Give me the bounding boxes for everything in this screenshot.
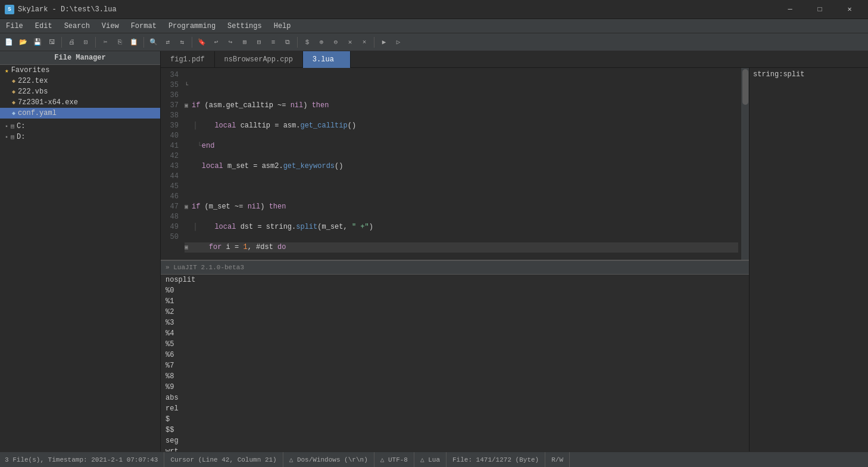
yaml-icon: ◆: [12, 110, 15, 117]
sidebar-item-c[interactable]: ▪ ▤ C:: [0, 121, 160, 132]
toolbar-print2[interactable]: ⊡: [79, 36, 92, 49]
toolbar-replace2[interactable]: ⇆: [176, 36, 189, 49]
minimize-button[interactable]: ─: [776, 0, 804, 19]
toolbar-paste[interactable]: 📋: [127, 36, 140, 49]
toolbar-cut[interactable]: ✂: [99, 36, 112, 49]
output-line: %6: [161, 350, 749, 360]
toolbar-undo[interactable]: ↩: [210, 36, 223, 49]
favorites-label: Favorites: [11, 66, 50, 74]
output-line: %1: [161, 296, 749, 307]
menu-search[interactable]: Search: [58, 19, 96, 33]
tabs: fig1.pdf nsBrowserApp.cpp 3.lua: [161, 51, 868, 68]
output-line: abs: [161, 393, 749, 403]
sidebar-item-exe[interactable]: ◆ 7z2301-x64.exe: [0, 97, 160, 108]
toolbar-open[interactable]: 📂: [17, 36, 30, 49]
toolbar-b2[interactable]: ⊟: [252, 36, 266, 49]
output-line: %8: [161, 371, 749, 382]
output-line: %9: [161, 382, 749, 393]
menu-view[interactable]: View: [96, 19, 125, 33]
toolbar-debug[interactable]: ▷: [392, 36, 405, 49]
toolbar-b1[interactable]: ⊞: [238, 36, 251, 49]
sidebar-item-tex[interactable]: ◆ 222.tex: [0, 76, 160, 86]
titlebar-controls: ─ □ ✕: [776, 0, 863, 19]
sidebar-header: File Manager: [0, 51, 160, 65]
toolbar-save[interactable]: 💾: [31, 36, 44, 49]
output-line: $: [161, 414, 749, 425]
editor-split: 34 35 36 37 38 39 40 41 42 43 44 45 46 4…: [161, 68, 868, 452]
main-layout: File Manager ★ Favorites ◆ 222.tex ◆ 222…: [0, 51, 868, 452]
output-line: %3: [161, 317, 749, 328]
menu-settings[interactable]: Settings: [221, 19, 268, 33]
tab-3lua[interactable]: 3.lua: [303, 51, 351, 68]
toolbar-b3[interactable]: ≡: [267, 36, 280, 49]
output-line: %7: [161, 360, 749, 371]
code-line-38: local m_set = asm2.get_keywords(): [185, 161, 738, 172]
sidebar-item-vbs[interactable]: ◆ 222.vbs: [0, 86, 160, 97]
output-line: %5: [161, 339, 749, 350]
scroll-thumb[interactable]: [742, 69, 748, 105]
sep3: [143, 37, 144, 48]
editor-bottom[interactable]: » LuaJIT 2.1.0-beta3 nosplit %0 %1 %2 %3…: [161, 261, 749, 452]
output-header: » LuaJIT 2.1.0-beta3: [161, 261, 749, 275]
menu-help[interactable]: Help: [268, 19, 297, 33]
status-cursor: Cursor (Line 42, Column 21): [164, 452, 283, 467]
statusbar: 3 File(s), Timestamp: 2021-2-1 07:07:43 …: [0, 452, 868, 467]
code-editor[interactable]: 34 35 36 37 38 39 40 41 42 43 44 45 46 4…: [161, 68, 749, 452]
output-line: wrt: [161, 446, 749, 452]
close-button[interactable]: ✕: [836, 0, 863, 19]
app-icon: S: [5, 5, 14, 14]
star-icon: ★: [5, 67, 9, 74]
titlebar: S Skylark - D:\test\3.lua ─ □ ✕: [0, 0, 868, 19]
menu-format[interactable]: Format: [125, 19, 163, 33]
sidebar-item-yaml[interactable]: ◆ conf.yaml: [0, 108, 160, 119]
toolbar-save2[interactable]: 🖫: [45, 36, 58, 49]
menu-programming[interactable]: Programming: [163, 19, 221, 33]
code-line-39: [185, 182, 738, 192]
toolbar-b6[interactable]: ⊕: [315, 36, 328, 49]
tab-fig1[interactable]: fig1.pdf: [161, 51, 215, 68]
output-line: %4: [161, 328, 749, 339]
toolbar-b7[interactable]: ⊖: [329, 36, 342, 49]
toolbar-copy[interactable]: ⎘: [113, 36, 126, 49]
toolbar-redo[interactable]: ↪: [224, 36, 237, 49]
sidebar: File Manager ★ Favorites ◆ 222.tex ◆ 222…: [0, 51, 161, 452]
toolbar-bookmark[interactable]: 🔖: [195, 36, 208, 49]
output-line: seg: [161, 435, 749, 446]
titlebar-title: Skylark - D:\test\3.lua: [18, 5, 773, 14]
editor-top[interactable]: 34 35 36 37 38 39 40 41 42 43 44 45 46 4…: [161, 68, 749, 261]
sep1: [61, 37, 62, 48]
diamond-icon: ◆: [12, 77, 15, 85]
toolbar-b8[interactable]: ✕: [344, 36, 357, 49]
toolbar-new[interactable]: 📄: [2, 36, 15, 49]
toolbar-print[interactable]: 🖨: [65, 36, 78, 49]
sidebar-item-d[interactable]: ▪ ▤ D:: [0, 132, 160, 142]
code-line-35: ▣if (asm.get_calltip ~= nil) then: [185, 101, 738, 111]
sidebar-favorites[interactable]: ★ Favorites: [0, 65, 160, 76]
toolbar-run[interactable]: ▶: [377, 36, 391, 49]
code-content[interactable]: └ ▣if (asm.get_calltip ~= nil) then │ lo…: [182, 68, 741, 260]
sidebar-item-label: 222.tex: [18, 77, 48, 85]
toolbar-replace[interactable]: ⇄: [161, 36, 174, 49]
menu-edit[interactable]: Edit: [29, 19, 58, 33]
toolbar-find[interactable]: 🔍: [147, 36, 160, 49]
toolbar-b5[interactable]: $: [301, 36, 314, 49]
diamond-icon: ◆: [12, 99, 15, 106]
drive-icon: ▤: [11, 123, 14, 130]
menu-file[interactable]: File: [0, 19, 29, 33]
toolbar-b9[interactable]: ×: [358, 36, 371, 49]
output-line: %2: [161, 307, 749, 317]
drive-icon: ▤: [11, 133, 14, 141]
diamond-icon: ◆: [12, 88, 15, 95]
right-panel-content: string:split: [753, 70, 864, 79]
sidebar-item-label: 222.vbs: [18, 88, 48, 96]
sidebar-item-label: D:: [17, 133, 25, 141]
editor-scrollbar[interactable]: [741, 68, 749, 260]
output-line: $$: [161, 425, 749, 435]
output-line: rel: [161, 403, 749, 414]
maximize-button[interactable]: □: [806, 0, 833, 19]
status-filesize: File: 1471/1272 (Byte): [447, 452, 545, 467]
expand-icon: ▪: [5, 123, 8, 130]
sidebar-item-label: 7z2301-x64.exe: [18, 98, 78, 107]
tab-nsbrowser[interactable]: nsBrowserApp.cpp: [215, 51, 303, 68]
toolbar-b4[interactable]: ⧉: [281, 36, 294, 49]
